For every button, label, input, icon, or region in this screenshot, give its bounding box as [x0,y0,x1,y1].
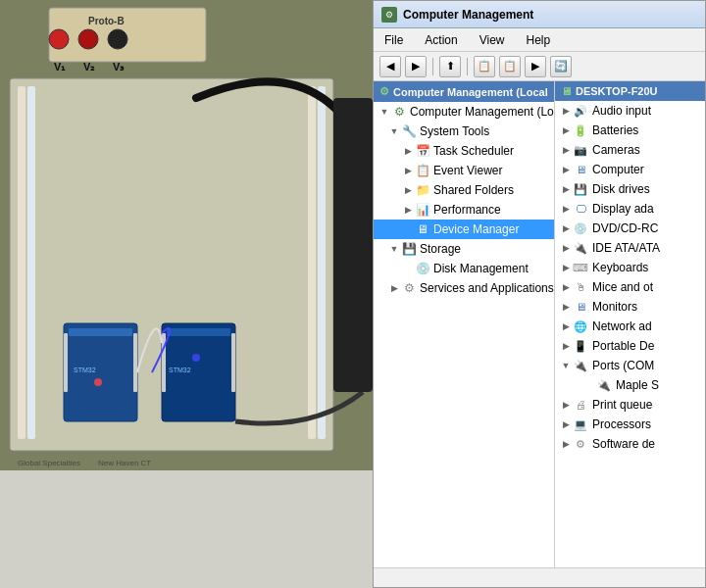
menu-action[interactable]: Action [422,32,460,48]
icon-maple-s: 🔌 [596,377,612,393]
expand-event-viewer[interactable]: ▶ [401,164,415,177]
tree-item-device-manager[interactable]: 🖥 Device Manager [374,220,554,239]
svg-rect-15 [69,328,132,336]
up-button[interactable]: ⬆ [439,56,461,77]
device-processors[interactable]: ▶ 💻 Processors [555,415,705,434]
label-disk-drives: Disk drives [592,182,650,196]
expand-computer[interactable]: ▶ [559,163,573,176]
expand-system-tools[interactable]: ▼ [387,124,401,138]
icon-cameras: 📷 [573,142,588,158]
tree-item-disk-management[interactable]: 💿 Disk Management [374,259,554,278]
device-display-ada[interactable]: ▶ 🖵 Display ada [555,199,705,219]
expand-batteries[interactable]: ▶ [559,123,573,137]
label-software-de: Software de [592,437,655,451]
expand-print-queue[interactable]: ▶ [559,398,573,412]
device-keyboards[interactable]: ▶ ⌨ Keyboards [555,258,705,277]
icon-audio-input: 🔊 [573,103,588,119]
expand-performance[interactable]: ▶ [401,203,415,217]
svg-point-4 [78,29,98,49]
run-button[interactable]: ▶ [525,56,546,77]
expand-software-de[interactable]: ▶ [559,437,573,451]
tree-item-performance[interactable]: ▶ 📊 Performance [374,200,554,220]
icon-device-manager: 🖥 [415,221,430,237]
device-network-ad[interactable]: ▶ 🌐 Network ad [555,317,705,336]
icon-ide: 🔌 [573,240,588,256]
label-dvd: DVD/CD-RC [592,221,658,235]
expand-storage[interactable]: ▼ [387,242,401,256]
icon-network-ad: 🌐 [573,318,588,334]
device-monitors[interactable]: ▶ 🖥 Monitors [555,297,705,317]
expand-ide[interactable]: ▶ [559,241,573,255]
expand-processors[interactable]: ▶ [559,417,573,431]
icon-monitors: 🖥 [573,299,588,315]
icon-software-de: ⚙ [573,436,588,452]
expand-task-scheduler[interactable]: ▶ [401,144,415,158]
tree-item-system-tools[interactable]: ▼ 🔧 System Tools [374,122,554,141]
icon-system-tools: 🔧 [401,123,417,139]
menu-file[interactable]: File [381,32,406,48]
tree-item-event-viewer[interactable]: ▶ 📋 Event Viewer [374,161,554,180]
main-content: ⚙ Computer Management (Local ▼ ⚙ Compute… [374,81,705,567]
icon-disk-management: 💿 [415,261,430,276]
device-disk-drives[interactable]: ▶ 💾 Disk drives [555,179,705,199]
label-shared-folders: Shared Folders [433,183,514,197]
device-maple-s[interactable]: 🔌 Maple S [555,375,705,395]
device-mice[interactable]: ▶ 🖱 Mice and ot [555,277,705,297]
expand-monitors[interactable]: ▶ [559,300,573,314]
svg-rect-1 [49,8,206,62]
label-maple-s: Maple S [616,378,659,392]
svg-text:V₃: V₃ [113,61,125,73]
expand-portable-de[interactable]: ▶ [559,339,573,353]
tree-item-services[interactable]: ▶ ⚙ Services and Applications [374,278,554,298]
device-batteries[interactable]: ▶ 🔋 Batteries [555,121,705,140]
label-print-queue: Print queue [592,398,652,412]
device-software-de[interactable]: ▶ ⚙ Software de [555,434,705,454]
icon-batteries: 🔋 [573,122,588,138]
device-computer[interactable]: ▶ 🖥 Computer [555,160,705,179]
icon-ports-com: 🔌 [573,358,588,373]
device-dvd[interactable]: ▶ 💿 DVD/CD-RC [555,219,705,238]
label-services: Services and Applications [420,281,554,295]
refresh-button[interactable]: 🔄 [550,56,572,77]
tree-item-storage[interactable]: ▼ 💾 Storage [374,239,554,259]
svg-text:Proto-B: Proto-B [88,16,125,26]
svg-text:V₂: V₂ [83,61,95,73]
tree-header-label: Computer Management (Local [393,86,548,98]
expand-dvd[interactable]: ▶ [559,221,573,235]
label-event-viewer: Event Viewer [433,164,502,177]
expand-keyboards[interactable]: ▶ [559,261,573,274]
properties-button[interactable]: 📋 [499,56,521,77]
expand-cameras[interactable]: ▶ [559,143,573,157]
forward-button[interactable]: ▶ [405,56,427,77]
expand-services[interactable]: ▶ [387,281,401,295]
label-mice: Mice and ot [592,280,653,294]
toolbar: ◀ ▶ ⬆ 📋 📋 ▶ 🔄 [374,52,705,81]
icon-shared-folders: 📁 [415,182,430,198]
toolbar-sep1 [432,58,433,75]
expand-audio-input[interactable]: ▶ [559,104,573,118]
expand-disk-drives[interactable]: ▶ [559,182,573,196]
device-print-queue[interactable]: ▶ 🖨 Print queue [555,395,705,415]
expand-network-ad[interactable]: ▶ [559,319,573,333]
svg-rect-12 [308,86,316,439]
back-button[interactable]: ◀ [379,56,401,77]
device-audio-input[interactable]: ▶ 🔊 Audio input [555,101,705,121]
menu-help[interactable]: Help [524,32,554,48]
menu-view[interactable]: View [477,32,508,48]
device-ports-com[interactable]: ▼ 🔌 Ports (COM [555,356,705,375]
tree-item-task-scheduler[interactable]: ▶ 📅 Task Scheduler [374,141,554,161]
show-hide-button[interactable]: 📋 [474,56,495,77]
expand-mice[interactable]: ▶ [559,280,573,294]
tree-item-shared-folders[interactable]: ▶ 📁 Shared Folders [374,180,554,200]
device-cameras[interactable]: ▶ 📷 Cameras [555,140,705,160]
device-ide[interactable]: ▶ 🔌 IDE ATA/ATA [555,238,705,258]
title-bar: ⚙ Computer Management [374,1,705,28]
icon-services: ⚙ [401,280,417,296]
expand-shared-folders[interactable]: ▶ [401,183,415,197]
label-performance: Performance [433,203,501,217]
device-portable-de[interactable]: ▶ 📱 Portable De [555,336,705,356]
expand-root[interactable]: ▼ [378,105,391,119]
tree-item-root[interactable]: ▼ ⚙ Computer Management (Local [374,102,554,122]
expand-display-ada[interactable]: ▶ [559,202,573,216]
expand-ports-com[interactable]: ▼ [559,359,573,372]
